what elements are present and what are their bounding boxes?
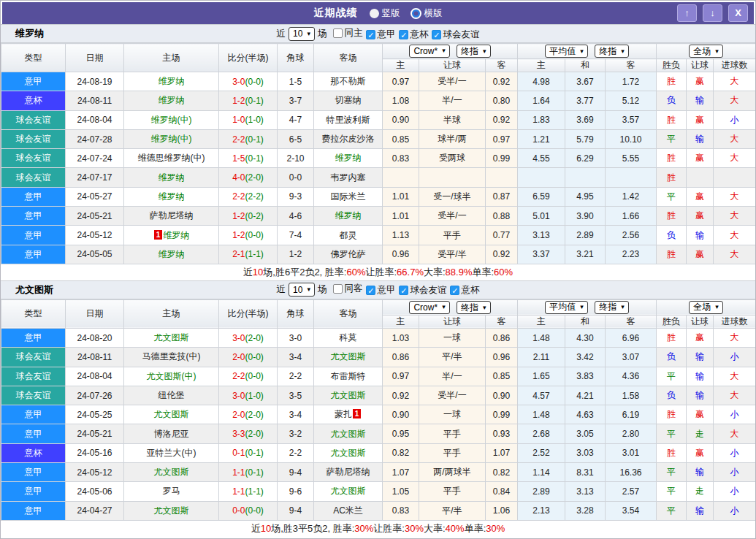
- summary-line: 近10场,胜3平5负2, 胜率:30% 让胜率:30% 大率:40% 单率:30…: [1, 521, 755, 537]
- euro-final-select[interactable]: 终指▾: [595, 45, 629, 58]
- home-team-cell: 罗马: [124, 482, 219, 501]
- euro-home-odds: 2.89: [518, 482, 565, 501]
- summary-segment: 单率:: [472, 266, 494, 279]
- asian-home-odds: 1.01: [383, 207, 419, 226]
- corner-cell: 9-4: [278, 501, 314, 520]
- halftime-score: (2-0): [245, 429, 264, 439]
- score-cell: 4-0(2-0): [219, 168, 278, 187]
- asian-final-select[interactable]: 终指▾: [457, 45, 491, 58]
- chevron-down-icon: ▾: [580, 304, 584, 310]
- date-cell: 24-08-04: [66, 367, 124, 386]
- team-name: 博洛尼亚: [154, 429, 189, 439]
- column-header-type: 类型: [1, 299, 66, 328]
- euro-home-odds: 4.98: [518, 72, 565, 91]
- team-name: 纽伦堡: [159, 390, 185, 400]
- halftime-score: (0-1): [245, 467, 264, 478]
- fulltime-score: 1-1: [232, 486, 245, 497]
- radio-unselected-icon: [370, 9, 379, 18]
- league-checkbox[interactable]: ✓意杯: [399, 28, 428, 41]
- match-count-select[interactable]: 10▾: [289, 283, 315, 297]
- euro-final-value: 终指: [599, 301, 616, 313]
- scroll-down-button[interactable]: ↓: [703, 4, 722, 22]
- checkbox-label: 意甲: [377, 28, 395, 41]
- asian-final-select[interactable]: 终指▾: [457, 301, 491, 314]
- summary-line: 近10场,胜6平2负2, 胜率:60% 让胜率:66.7% 大率:88.9% 单…: [1, 264, 755, 280]
- checkbox-checked-icon: ✓: [366, 30, 375, 39]
- column-header-corner: 角球: [278, 44, 314, 72]
- euro-away-odds: 3.57: [606, 110, 657, 129]
- radio-vertical-layout[interactable]: 竖版: [370, 7, 400, 20]
- red-card-badge: 1: [353, 409, 362, 418]
- euro-home-odds: 2.11: [518, 348, 565, 367]
- team-section-juventus: 尤文图斯 近 10▾ 场 同客✓意甲✓球会友谊✓意杯 类型 日期 主场 比分: [1, 280, 755, 537]
- euro-draw-odds: 3.21: [565, 245, 606, 264]
- same-venue-checkbox[interactable]: 同主: [333, 27, 362, 39]
- euro-draw-odds: 2.89: [565, 226, 606, 245]
- euro-away-odds: 2.57: [606, 482, 657, 501]
- euro-final-select[interactable]: 终指▾: [595, 301, 629, 314]
- league-type-badge: 意甲: [1, 501, 66, 520]
- league-checkbox[interactable]: ✓意甲: [366, 284, 395, 297]
- match-scope-select[interactable]: 全场▾: [689, 45, 723, 58]
- team-name: 维罗纳: [159, 95, 185, 105]
- radio-horizontal-layout[interactable]: 横版: [411, 7, 443, 20]
- result-wdl-cell: 平: [657, 501, 687, 520]
- radio-selected-icon: [411, 8, 421, 19]
- summary-segment: 30%: [486, 523, 505, 534]
- match-count-select[interactable]: 10▾: [289, 27, 315, 41]
- asian-home-odds: 0.86: [383, 348, 419, 367]
- column-header-goals-result: 进球数: [714, 59, 756, 72]
- fulltime-score: 0-1: [232, 448, 245, 458]
- home-team-cell: 尤文图斯: [124, 405, 219, 424]
- team-name: 费拉尔皮沙洛: [322, 134, 375, 144]
- team-name: 罗马: [163, 486, 180, 496]
- asian-handicap-line: 球半/两: [419, 129, 486, 148]
- euro-draw-odds: 3.90: [565, 207, 606, 226]
- euro-draw-odds: 3.28: [565, 501, 606, 520]
- home-team-cell: 维罗纳(中): [124, 110, 219, 129]
- home-team-cell: 尤文图斯: [124, 463, 219, 482]
- team-name: 尤文图斯: [331, 390, 366, 400]
- team-name: 科莫: [340, 332, 357, 343]
- column-header-asian-home: 主: [383, 315, 419, 328]
- close-button[interactable]: X: [728, 4, 748, 22]
- same-venue-checkbox[interactable]: 同客: [333, 283, 362, 295]
- euro-away-odds: 6.96: [606, 328, 657, 347]
- asian-handicap-line: 平手: [419, 482, 486, 501]
- halftime-score: (1-1): [245, 249, 264, 259]
- bookmaker-select[interactable]: Crow*▾: [409, 45, 449, 58]
- league-checkbox[interactable]: ✓意杯: [450, 284, 479, 297]
- asian-away-odds: 0.93: [486, 424, 518, 443]
- euro-average-select[interactable]: 平均值▾: [545, 301, 588, 314]
- result-goals-cell: 大: [714, 367, 756, 386]
- date-cell: 24-08-20: [66, 328, 124, 347]
- asian-away-odds: 1.07: [486, 443, 518, 462]
- match-scope-select[interactable]: 全场▾: [689, 301, 723, 314]
- date-cell: 24-08-04: [66, 110, 124, 129]
- halftime-score: (0-0): [245, 505, 264, 516]
- match-row: 意甲24-05-12尤文图斯1-1(0-1)9-4萨勒尼塔纳1.07两/两球半0…: [1, 463, 756, 482]
- fulltime-score: 2-1: [232, 249, 245, 259]
- title-bar: 近期战绩 竖版 横版 ↑ ↓ X: [2, 2, 754, 24]
- euro-home-odds: 6.59: [518, 187, 565, 206]
- league-checkbox[interactable]: ✓意甲: [366, 28, 395, 41]
- team-name: 维罗纳: [335, 210, 362, 221]
- asian-home-odds: 0.83: [383, 501, 419, 520]
- match-count-value: 10: [293, 28, 302, 39]
- scroll-up-button[interactable]: ↑: [677, 4, 697, 22]
- league-checkbox[interactable]: ✓球会友谊: [432, 28, 479, 41]
- bookmaker-select[interactable]: Crow*▾: [409, 301, 449, 314]
- matches-table: 类型 日期 主场 比分(半场) 角球 客场 Crow*▾ 终指▾ 平均值▾ 终指…: [1, 299, 756, 521]
- asian-home-odds: 1.05: [383, 482, 419, 501]
- euro-average-select[interactable]: 平均值▾: [545, 45, 588, 58]
- halftime-score: (0-0): [245, 371, 264, 381]
- result-wdl-cell: 胜: [657, 405, 687, 424]
- team-name: 维罗纳: [335, 153, 362, 163]
- away-team-cell: 那不勒斯: [314, 72, 383, 91]
- euro-odds-dropdowns: 平均值▾ 终指▾: [518, 44, 657, 59]
- league-checkbox[interactable]: ✓球会友谊: [399, 284, 446, 297]
- team-name: 萨勒尼塔纳: [327, 467, 370, 477]
- league-type-badge: 球会友谊: [1, 348, 66, 367]
- result-goals-cell: 小: [714, 405, 756, 424]
- result-goals-cell: 大: [714, 207, 756, 226]
